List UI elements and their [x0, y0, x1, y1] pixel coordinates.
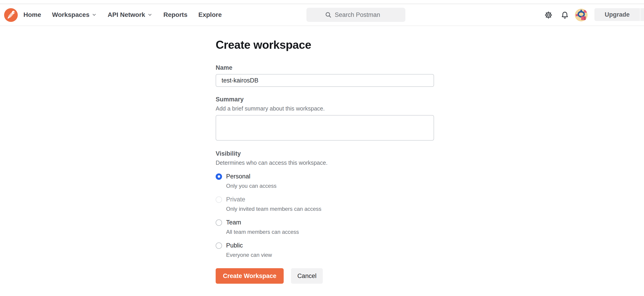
settings-button[interactable] [544, 4, 554, 26]
page-title: Create workspace [216, 38, 434, 52]
gear-icon [544, 11, 552, 19]
user-avatar[interactable] [575, 9, 588, 22]
notifications-button[interactable] [560, 4, 570, 26]
top-strip [0, 0, 644, 4]
visibility-help-text: Determines who can access this workspace… [216, 160, 434, 166]
nav-item-workspaces[interactable]: Workspaces [52, 11, 97, 19]
nav-item-home[interactable]: Home [24, 11, 41, 19]
nav-item-home-label: Home [24, 11, 41, 19]
radio-option-personal[interactable]: Personal Only you can access [216, 173, 434, 189]
create-workspace-form: Create workspace Name Summary Add a brie… [216, 38, 434, 284]
radio-personal-description: Only you can access [226, 183, 434, 189]
radio-option-private: Private Only invited team members can ac… [216, 196, 434, 212]
search-input[interactable] [335, 11, 387, 19]
form-actions: Create Workspace Cancel [216, 268, 434, 284]
chevron-down-icon [643, 12, 644, 17]
radio-public[interactable] [216, 242, 222, 249]
global-search[interactable] [306, 8, 405, 22]
nav-item-workspaces-label: Workspaces [52, 11, 90, 19]
nav-item-reports[interactable]: Reports [163, 11, 188, 19]
top-navigation-bar: Home Workspaces API Network Reports Expl… [0, 4, 644, 26]
radio-private-label: Private [226, 196, 245, 203]
radio-team-description: All team members can access [226, 229, 434, 235]
radio-public-label: Public [226, 242, 243, 249]
visibility-options: Personal Only you can access Private Onl… [216, 173, 434, 258]
summary-help-text: Add a brief summary about this workspace… [216, 105, 434, 112]
search-icon [325, 11, 332, 18]
nav-item-explore[interactable]: Explore [198, 11, 222, 19]
upgrade-dropdown-button[interactable] [640, 8, 644, 21]
bell-icon [561, 11, 569, 19]
radio-team[interactable] [216, 219, 222, 226]
radio-personal[interactable] [216, 173, 222, 180]
nav-item-api-network[interactable]: API Network [108, 11, 152, 19]
name-label: Name [216, 64, 434, 71]
chevron-down-icon [148, 12, 152, 17]
radio-personal-label: Personal [226, 173, 250, 180]
radio-private-description: Only invited team members can access [226, 206, 434, 212]
nav-links: Home Workspaces API Network Reports Expl… [24, 11, 222, 19]
nav-item-api-network-label: API Network [108, 11, 145, 19]
create-workspace-button[interactable]: Create Workspace [216, 268, 284, 284]
radio-team-label: Team [226, 219, 241, 226]
radio-private [216, 196, 222, 203]
cancel-button[interactable]: Cancel [291, 268, 323, 284]
radio-option-team[interactable]: Team All team members can access [216, 219, 434, 235]
summary-label: Summary [216, 96, 434, 103]
workspace-summary-textarea[interactable] [216, 115, 434, 140]
upgrade-button[interactable]: Upgrade [594, 8, 640, 21]
visibility-label: Visibility [216, 150, 434, 157]
radio-public-description: Everyone can view [226, 252, 434, 258]
postman-logo-icon[interactable] [4, 8, 18, 22]
nav-item-explore-label: Explore [198, 11, 222, 19]
nav-item-reports-label: Reports [163, 11, 188, 19]
radio-option-public[interactable]: Public Everyone can view [216, 242, 434, 258]
upgrade-button-label: Upgrade [605, 11, 630, 18]
upgrade-split-button: Upgrade [594, 8, 644, 21]
workspace-name-input[interactable] [216, 74, 434, 87]
chevron-down-icon [92, 12, 97, 17]
